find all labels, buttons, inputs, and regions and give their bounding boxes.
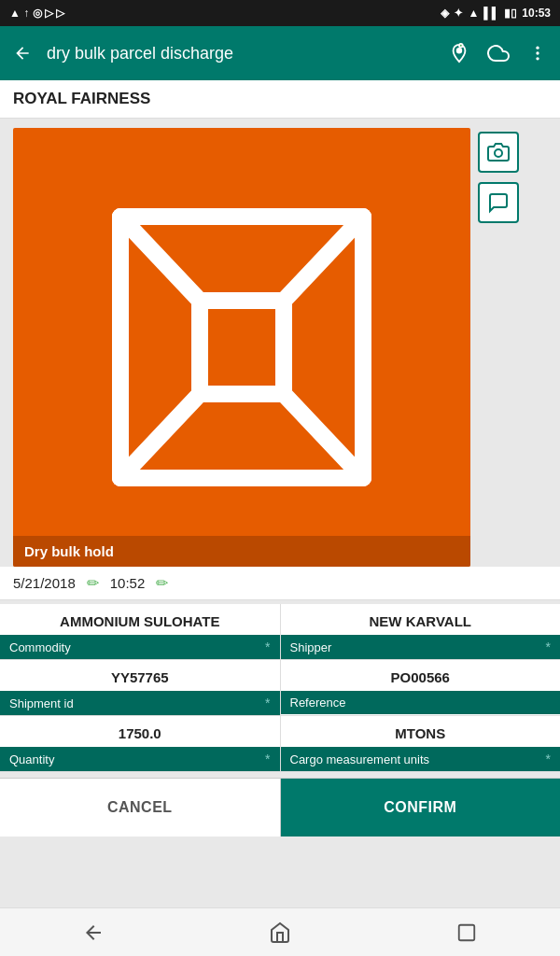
svg-point-14 (495, 149, 502, 157)
cargo-units-value: MTONS (281, 716, 561, 747)
bluetooth-icon: ✦ (454, 7, 463, 20)
shipment-value: YY57765 (0, 660, 280, 691)
hold-icon (13, 128, 470, 567)
cargo-units-required: * (546, 752, 551, 766)
comment-button[interactable] (478, 182, 519, 223)
confirm-button[interactable]: CONFIRM (281, 779, 561, 836)
svg-line-6 (284, 217, 363, 301)
svg-rect-15 (459, 924, 475, 940)
action-buttons: CANCEL CONFIRM (0, 778, 560, 836)
shipment-cell: YY57765 Shipment id * (0, 660, 281, 715)
shipment-label: Shipment id * (0, 691, 280, 715)
app-bar-icons (448, 42, 549, 64)
home-icon[interactable] (266, 919, 294, 947)
shipper-value: NEW KARVALL (281, 604, 561, 635)
bottom-nav (0, 907, 560, 956)
time-edit-icon[interactable]: ✏ (156, 574, 168, 592)
shipper-required: * (546, 640, 551, 654)
quantity-label: Quantity * (0, 747, 280, 771)
reference-cell: PO00566 Reference (281, 660, 561, 715)
side-icons (478, 128, 519, 567)
square-icon[interactable] (453, 919, 481, 947)
ship-name: ROYAL FAIRNESS (0, 80, 560, 119)
form-row-1: YY57765 Shipment id * PO00566 Reference (0, 660, 560, 716)
cancel-button[interactable]: CANCEL (0, 779, 281, 836)
status-bar: ▲ ↑ ◎ ▷ ▷ ◈ ✦ ▲ ▌▌ ▮▯ 10:53 (0, 0, 560, 26)
app-bar: dry bulk parcel discharge (0, 26, 560, 80)
quantity-value: 1750.0 (0, 716, 280, 747)
wifi-icon: ▲ (468, 7, 479, 20)
commodity-value: AMMONIUM SULOHATE (0, 604, 280, 635)
reference-label: Reference (281, 691, 561, 714)
commodity-cell: AMMONIUM SULOHATE Commodity * (0, 604, 281, 659)
quantity-required: * (265, 752, 270, 766)
cargo-image-label: Dry bulk hold (13, 536, 470, 567)
back-arrow-icon[interactable] (79, 919, 107, 947)
more-vert-icon[interactable] (526, 42, 549, 64)
notification-icons: ▲ ↑ ◎ ▷ ▷ (9, 7, 64, 20)
svg-point-4 (536, 57, 539, 60)
svg-line-8 (284, 394, 363, 478)
svg-rect-9 (200, 301, 284, 394)
cloud-icon[interactable] (487, 42, 510, 64)
data-form: AMMONIUM SULOHATE Commodity * NEW KARVAL… (0, 604, 560, 772)
datetime-row: 5/21/2018 ✏ 10:52 ✏ (0, 567, 560, 600)
shipment-required: * (265, 696, 270, 710)
svg-line-7 (120, 394, 200, 478)
svg-point-2 (536, 47, 539, 49)
form-row-2: 1750.0 Quantity * MTONS Cargo measuremen… (0, 716, 560, 772)
clock: 10:53 (522, 7, 551, 20)
location-status-icon: ◈ (441, 7, 449, 20)
svg-point-0 (457, 49, 462, 53)
form-row-0: AMMONIUM SULOHATE Commodity * NEW KARVAL… (0, 604, 560, 660)
time-value: 10:52 (110, 575, 146, 591)
shipper-cell: NEW KARVALL Shipper * (281, 604, 561, 659)
reference-value: PO00566 (281, 660, 561, 691)
back-button[interactable] (11, 42, 34, 64)
svg-point-3 (536, 51, 539, 54)
commodity-label: Commodity * (0, 635, 280, 659)
shipper-label: Shipper * (281, 635, 561, 659)
app-bar-title: dry bulk parcel discharge (47, 44, 435, 63)
camera-button[interactable] (478, 132, 519, 173)
cargo-units-label: Cargo measurement units * (281, 747, 561, 771)
status-bar-right: ◈ ✦ ▲ ▌▌ ▮▯ 10:53 (441, 7, 551, 20)
quantity-cell: 1750.0 Quantity * (0, 716, 281, 771)
date-edit-icon[interactable]: ✏ (87, 574, 99, 592)
date-value: 5/21/2018 (13, 575, 76, 591)
signal-icon: ▌▌ (483, 7, 499, 20)
status-bar-left: ▲ ↑ ◎ ▷ ▷ (9, 7, 64, 20)
image-container: Dry bulk hold (0, 119, 560, 567)
commodity-required: * (265, 640, 270, 654)
battery-icon: ▮▯ (504, 7, 517, 20)
cargo-image: Dry bulk hold (13, 128, 470, 567)
svg-line-5 (120, 217, 200, 301)
cargo-units-cell: MTONS Cargo measurement units * (281, 716, 561, 771)
svg-point-1 (459, 44, 463, 48)
location-pin-icon[interactable] (448, 42, 470, 64)
